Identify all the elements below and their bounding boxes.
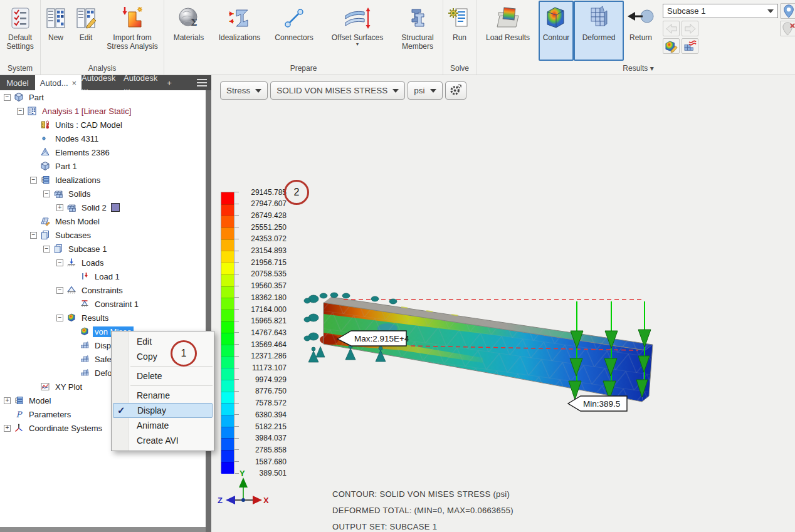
ribbon-button-materials[interactable]: ΣMaterials — [165, 1, 213, 61]
tree-item-label[interactable]: Idealizations — [53, 175, 102, 185]
ribbon-button-default-settings[interactable]: Default Settings — [1, 1, 39, 61]
model-scene[interactable]: Max:2.915E+4 Min:389.5 Y X Z — [211, 75, 795, 532]
collapse-icon[interactable]: − — [43, 190, 50, 197]
tree-item-label[interactable]: Parameters — [27, 409, 73, 420]
animate-options-button[interactable] — [682, 38, 698, 54]
tree-item-analysis-1-linear-static[interactable]: −Analysis 1 [Linear Static] — [0, 104, 206, 118]
subcase-dropdown[interactable]: Subcase 1 — [663, 4, 778, 18]
tab-autodesk[interactable]: Autodesk ... — [124, 75, 164, 90]
tree-item-label[interactable]: Analysis 1 [Linear Static] — [40, 106, 133, 117]
menu-item-edit[interactable]: Edit — [112, 334, 214, 349]
collapse-icon[interactable]: − — [30, 177, 37, 184]
ribbon-button-edit[interactable]: Edit — [70, 1, 102, 61]
tree-item-label[interactable]: Elements 2386 — [53, 147, 112, 158]
add-tab-button[interactable]: + — [164, 75, 175, 90]
ribbon-button-import-from-stress-analysis[interactable]: Import from Stress Analysis — [102, 1, 163, 61]
tab-model[interactable]: Model — [0, 75, 35, 90]
tree-item-subcase-1[interactable]: −Subcase 1 — [0, 242, 206, 256]
graphics-viewport[interactable]: Stress SOLID VON MISES STRESS psi 29145.… — [211, 75, 795, 532]
collapse-icon[interactable]: − — [43, 246, 50, 253]
tree-item-label[interactable]: Solids — [66, 189, 92, 199]
tree-item-label[interactable]: Solid 2 — [80, 202, 108, 213]
delete-probe-button[interactable] — [780, 21, 795, 36]
collapse-icon[interactable]: − — [56, 259, 63, 266]
tree-item-label[interactable]: Load 1 — [93, 271, 122, 282]
menu-item-animate[interactable]: Animate — [112, 418, 214, 433]
tree-item-label[interactable]: Part 1 — [53, 161, 79, 172]
tree-item-loads[interactable]: −Loads — [0, 256, 206, 269]
tree-item-label[interactable]: Coordinate Systems — [27, 423, 104, 434]
tab-autod[interactable]: Autod...× — [35, 75, 82, 90]
collapse-icon[interactable]: − — [56, 287, 63, 294]
browser-horizontal-scrollbar[interactable] — [0, 527, 206, 532]
tree-item-units-cad-model[interactable]: Units : CAD Model — [0, 118, 206, 132]
tree-item-subcases[interactable]: −Subcases — [0, 228, 206, 242]
tree-item-part-1[interactable]: Part 1 — [0, 159, 206, 173]
ribbon-button-structural-members[interactable]: Structural Members — [393, 1, 442, 61]
tree-item-label[interactable]: Subcase 1 — [66, 244, 108, 254]
tree-item-results[interactable]: −Results — [0, 311, 206, 325]
collapse-icon[interactable]: − — [4, 94, 11, 101]
tree-item-load-1[interactable]: Load 1 — [0, 269, 206, 283]
collapse-icon[interactable]: − — [30, 232, 37, 239]
probe-button[interactable] — [780, 3, 795, 19]
tree-item-constraints[interactable]: −Constraints — [0, 283, 206, 297]
tree-item-label[interactable]: Constraints — [80, 285, 125, 296]
color-swatch[interactable] — [111, 203, 120, 212]
chevron-down-icon[interactable]: ▾ — [356, 42, 359, 46]
menu-item-display[interactable]: ✓Display — [113, 403, 213, 418]
ribbon-group-label-prepare: Prepare — [165, 61, 442, 75]
ribbon-button-offset-surfaces[interactable]: Offset Surfaces▾ — [322, 1, 393, 61]
tree-item-solid-2[interactable]: +Solid 2 — [0, 201, 206, 214]
browser-vertical-scrollbar[interactable] — [206, 90, 211, 532]
tree-item-label[interactable]: Subcases — [53, 230, 93, 241]
ribbon-button-contour[interactable]: Contour — [539, 1, 574, 61]
coord-icon — [14, 423, 24, 433]
tree-item-label[interactable]: XY Plot — [53, 382, 84, 392]
contour-options-button[interactable] — [663, 38, 680, 54]
collapse-icon[interactable]: − — [17, 108, 24, 115]
tree-item-nodes-4311[interactable]: Nodes 4311 — [0, 132, 206, 145]
expand-icon[interactable]: + — [56, 204, 63, 211]
ribbon-button-deformed[interactable]: Deformed — [574, 1, 624, 61]
tree-item-label[interactable]: Model — [27, 395, 53, 406]
menu-item-label: Display — [137, 405, 166, 415]
tree-item-elements-2386[interactable]: Elements 2386 — [0, 145, 206, 159]
tree-item-label[interactable]: Nodes 4311 — [53, 133, 100, 144]
tab-autodesk[interactable]: Autodesk ... — [82, 75, 124, 90]
expand-icon[interactable]: + — [4, 397, 11, 404]
ribbon-button-load-results[interactable]: Load Results — [477, 1, 539, 61]
elements-icon — [40, 147, 51, 157]
menu-item-create-avi[interactable]: Create AVI — [112, 433, 214, 448]
tree-item-mesh-model[interactable]: Mesh Model — [0, 214, 206, 228]
tree-item-label[interactable]: Loads — [80, 258, 105, 268]
tree-item-label[interactable]: Mesh Model — [53, 216, 102, 227]
model-browser-panel: ModelAutod...×Autodesk ...Autodesk ...+ … — [0, 75, 211, 532]
tree-item-label[interactable]: Constraint 1 — [93, 299, 140, 310]
expand-icon[interactable]: + — [4, 425, 11, 432]
menu-item-copy[interactable]: Copy — [112, 349, 214, 364]
tree-item-label[interactable]: Units : CAD Model — [53, 120, 124, 130]
tree-item-part[interactable]: −Part — [0, 90, 206, 104]
edit-analysis-icon — [75, 3, 97, 33]
menu-item-delete[interactable]: Delete — [112, 368, 214, 383]
xyplot-icon — [40, 382, 51, 392]
tree-item-idealizations[interactable]: −Idealizations — [0, 173, 206, 187]
ribbon-button-run[interactable]: Run — [444, 1, 475, 61]
tree-item-label[interactable]: Results — [80, 313, 110, 323]
collapse-icon[interactable]: − — [56, 315, 63, 321]
ribbon-button-new[interactable]: New — [41, 1, 70, 61]
close-icon[interactable]: × — [72, 78, 77, 88]
next-result-button[interactable] — [682, 21, 698, 36]
default-settings-icon — [9, 3, 31, 33]
tree-item-label[interactable]: Part — [27, 92, 46, 103]
browser-menu-icon[interactable] — [192, 75, 211, 90]
tree-item-solids[interactable]: −Solids — [0, 187, 206, 201]
ribbon-button-return[interactable]: Return — [624, 1, 658, 61]
previous-result-button[interactable] — [663, 21, 680, 36]
tree-item-constraint-1[interactable]: Constraint 1 — [0, 297, 206, 311]
application-window: Default SettingsSystemNewEditImport from… — [0, 0, 795, 532]
ribbon-button-idealizations[interactable]: Idealizations — [213, 1, 266, 61]
ribbon-button-connectors[interactable]: Connectors — [266, 1, 322, 61]
menu-item-rename[interactable]: Rename — [112, 388, 214, 403]
